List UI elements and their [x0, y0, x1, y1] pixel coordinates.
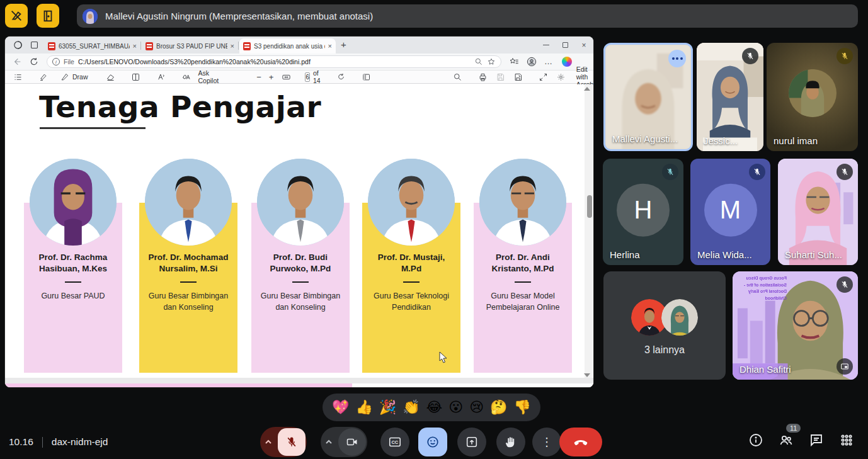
reaction-party[interactable]: 🎉 — [379, 400, 396, 414]
participant-tile-melia[interactable]: M Melia Wida... — [690, 159, 770, 265]
page-number-input[interactable]: 6 — [305, 72, 310, 82]
pdf-search-icon[interactable] — [453, 72, 462, 82]
mic-button-group[interactable] — [260, 427, 307, 457]
participant-tile-herlina[interactable]: H Herlina — [603, 159, 683, 265]
pdf-vertical-scrollbar[interactable] — [585, 84, 592, 387]
participant-tile-overflow[interactable]: 3 lainnya — [603, 271, 726, 380]
browser-profile-icon[interactable] — [527, 57, 537, 67]
chat-panel-button[interactable] — [809, 433, 824, 448]
participant-tile-mallevi[interactable]: Mallevi Agusti... — [603, 43, 693, 151]
pen-off-icon — [9, 9, 23, 23]
end-call-button[interactable] — [559, 428, 602, 456]
camera-options-chevron-icon[interactable] — [321, 438, 337, 446]
tab-close-icon[interactable]: × — [231, 42, 234, 50]
reaction-surprised[interactable]: 😮 — [448, 400, 463, 414]
back-icon[interactable] — [12, 57, 22, 67]
browser-menu-icon[interactable]: … — [544, 57, 554, 67]
tab-separator — [238, 42, 239, 50]
settings-gear-icon[interactable] — [556, 72, 566, 82]
translate-icon[interactable] — [181, 72, 191, 82]
favorites-bar-icon[interactable] — [509, 57, 519, 67]
search-icon[interactable] — [474, 57, 483, 66]
page-info-icon[interactable]: i — [52, 58, 60, 65]
presenter-pill[interactable]: Mallevi Agustin Ningrum (Mempresentasika… — [77, 4, 858, 28]
participant-tile-dhian[interactable]: Focus Group Discu Socialization of the -… — [733, 271, 858, 380]
tab-close-icon[interactable]: × — [328, 42, 332, 50]
participant-name: Dhian Safitri — [740, 364, 791, 375]
window-minimize-button[interactable] — [537, 37, 556, 54]
picture-in-picture-icon[interactable] — [837, 358, 853, 375]
meeting-details-button[interactable] — [748, 433, 763, 448]
read-aloud-icon[interactable] — [156, 72, 166, 82]
fullscreen-icon[interactable] — [539, 72, 548, 82]
reaction-thinking[interactable]: 🤔 — [490, 400, 507, 414]
save-as-icon[interactable] — [513, 72, 523, 82]
participant-tile-jessica[interactable]: Jessic... — [697, 43, 763, 151]
more-options-button[interactable]: ⋮ — [532, 428, 561, 456]
draw-label[interactable]: Draw — [72, 73, 88, 81]
reaction-laugh[interactable]: 😂 — [426, 400, 443, 414]
professor-role: Guru Besar PAUD — [29, 291, 117, 302]
ask-copilot-button[interactable]: Ask Copilot — [198, 69, 219, 84]
new-tab-button[interactable]: + — [341, 39, 346, 50]
mic-off-icon — [662, 164, 678, 180]
mic-muted-button[interactable] — [278, 428, 306, 456]
print-icon[interactable] — [478, 72, 488, 82]
url-field[interactable]: i File C:/Users/LENOVO/Downloads/S3%20pe… — [47, 55, 501, 68]
reaction-heart[interactable]: 💖 — [332, 400, 349, 414]
annotation-topbar: Mallevi Agustin Ningrum (Mempresentasika… — [0, 0, 868, 33]
zoom-in-button[interactable]: + — [269, 72, 274, 82]
scroll-up-icon[interactable] — [584, 87, 590, 91]
copilot-icon[interactable] — [562, 57, 572, 67]
pdf-page: Tenaga Pengajar Prof. Dr. Rachma Hasibua… — [5, 84, 593, 387]
reaction-sad[interactable]: 😢 — [469, 400, 484, 414]
refresh-icon[interactable] — [29, 57, 39, 67]
browser-tabstrip: 63055_SURAT_HIMBAUAN_APLIK × Brosur S3 P… — [5, 37, 593, 54]
meet-screen: Mallevi Agustin Ningrum (Mempresentasika… — [0, 0, 868, 459]
page-view-icon[interactable] — [131, 72, 140, 82]
rotate-icon[interactable] — [336, 72, 346, 82]
browser-tab-2[interactable]: Brosur S3 PAUD FIP UNESA_Gasa × — [142, 38, 238, 54]
page-layout-icon[interactable] — [362, 72, 371, 82]
fit-width-icon[interactable] — [282, 72, 291, 82]
annotation-off-button[interactable] — [5, 4, 28, 28]
highlighter-icon[interactable] — [38, 72, 48, 82]
raise-hand-button[interactable] — [496, 428, 525, 456]
activities-button[interactable] — [839, 433, 854, 448]
tab-actions-icon[interactable] — [29, 40, 40, 50]
save-icon — [496, 72, 505, 82]
window-restore-button[interactable] — [556, 37, 574, 54]
eraser-icon[interactable] — [106, 72, 115, 82]
browser-tab-1[interactable]: 63055_SURAT_HIMBAUAN_APLIK × — [44, 38, 140, 54]
toc-icon[interactable] — [13, 72, 23, 82]
mic-options-chevron-icon[interactable] — [260, 438, 277, 446]
tab-close-icon[interactable]: × — [133, 42, 137, 50]
participant-tile-nurul[interactable]: nurul iman — [767, 43, 858, 151]
exit-annotation-button[interactable] — [37, 4, 59, 28]
window-close-button[interactable]: × — [574, 37, 593, 54]
presenter-label: Mallevi Agustin Ningrum (Mempresentasika… — [105, 11, 373, 21]
scrollbar-thumb[interactable] — [587, 195, 592, 218]
scroll-down-icon[interactable] — [584, 373, 590, 377]
pdf-file-icon — [146, 42, 153, 50]
pdf-file-icon — [243, 42, 251, 50]
reaction-thumbs-up[interactable]: 👍 — [355, 400, 372, 414]
favorite-star-icon[interactable] — [487, 57, 496, 66]
professor-photo — [257, 159, 344, 246]
participant-tile-suharti[interactable]: Suharti Suh... — [778, 159, 858, 265]
draw-pen-icon[interactable] — [60, 72, 69, 82]
reactions-toggle-button[interactable] — [418, 428, 447, 456]
reaction-thumbs-down[interactable]: 👎 — [513, 400, 530, 414]
tile-options-icon[interactable] — [668, 50, 686, 67]
people-panel-button[interactable]: 11 — [779, 433, 794, 448]
pdf-page-title: Tenaga Pengajar — [39, 89, 321, 124]
camera-on-button[interactable] — [338, 428, 366, 456]
present-screen-button[interactable] — [457, 428, 486, 456]
mic-off-icon — [837, 164, 853, 180]
workspaces-icon[interactable] — [13, 40, 23, 50]
zoom-out-button[interactable]: − — [256, 72, 261, 82]
browser-tab-active[interactable]: S3 pendidikan anak usia dini.pdf × — [239, 38, 336, 54]
captions-button[interactable]: CC — [380, 428, 409, 456]
reaction-clap[interactable]: 👏 — [403, 400, 420, 414]
camera-button-group[interactable] — [321, 427, 367, 457]
